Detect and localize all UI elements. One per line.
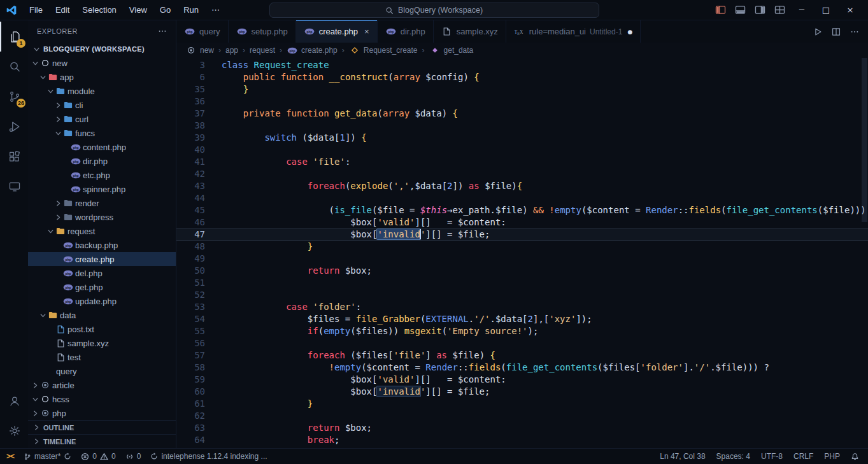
cursor-position[interactable]: Ln 47, Col 38 xyxy=(660,452,705,461)
menu-go[interactable]: Go xyxy=(154,3,176,17)
code-line-44[interactable]: 44 xyxy=(176,192,868,204)
code-line-41[interactable]: 41 case 'file': xyxy=(176,156,868,168)
code-line-64[interactable]: 64 break; xyxy=(176,434,868,446)
activity-search[interactable] xyxy=(0,52,28,81)
tree-item-php[interactable]: php xyxy=(28,406,176,420)
code-line-6[interactable]: 6 public function __construct(array $con… xyxy=(176,71,868,83)
menu-edit[interactable]: Edit xyxy=(50,3,75,17)
language-status[interactable]: PHP xyxy=(824,452,840,461)
maximize-button[interactable]: □ xyxy=(818,5,834,15)
breadcrumb-request[interactable]: request xyxy=(250,46,275,55)
tree-item-etc.php[interactable]: phpetc.php xyxy=(28,168,176,182)
breadcrumb-new[interactable]: new xyxy=(185,46,214,55)
ports-status[interactable]: 0 xyxy=(125,452,141,461)
tree-item-post.txt[interactable]: post.txt xyxy=(28,322,176,336)
code-line-53[interactable]: 53 case 'folder': xyxy=(176,301,868,313)
menu-more[interactable]: ⋯ xyxy=(206,3,225,17)
code-line-61[interactable]: 61 } xyxy=(176,398,868,410)
tree-item-hcss[interactable]: hcss xyxy=(28,392,176,406)
code-line-60[interactable]: 60 $box['invalid'][] = $file; xyxy=(176,386,868,398)
split-editor-icon[interactable] xyxy=(832,27,841,36)
scrollbar-thumb[interactable] xyxy=(862,58,867,222)
menu-selection[interactable]: Selection xyxy=(76,3,122,17)
tree-item-curl[interactable]: curl xyxy=(28,112,176,126)
tree-item-module[interactable]: module xyxy=(28,84,176,98)
code-line-54[interactable]: 54 $files = file_Grabber(EXTERNAL.'/'.$d… xyxy=(176,313,868,325)
explorer-actions-icon[interactable] xyxy=(158,27,167,36)
menu-file[interactable]: File xyxy=(24,3,48,17)
tree-item-test[interactable]: test xyxy=(28,350,176,364)
timeline-section[interactable]: TIMELINE xyxy=(28,434,176,448)
tab-sample.xyz[interactable]: sample.xyz xyxy=(434,20,506,43)
tree-item-app[interactable]: app xyxy=(28,70,176,84)
activity-accounts[interactable] xyxy=(0,386,28,416)
breadcrumb-Request_create[interactable]: Request_create xyxy=(349,46,418,55)
breadcrumb-create.php[interactable]: phpcreate.php xyxy=(287,46,338,55)
eol-status[interactable]: CRLF xyxy=(793,452,813,461)
code-line-37[interactable]: 37 private function get_data(array $data… xyxy=(176,108,868,120)
code-editor[interactable]: 3class Request_create6 public function _… xyxy=(176,58,868,448)
tree-item-update.php[interactable]: phpupdate.php xyxy=(28,294,176,308)
tree-item-render[interactable]: render xyxy=(28,196,176,210)
tree-item-wordpress[interactable]: wordpress xyxy=(28,210,176,224)
code-line-35[interactable]: 35 } xyxy=(176,83,868,95)
tree-item-cli[interactable]: cli xyxy=(28,98,176,112)
code-line-45[interactable]: 45 (is_file($file = $this→ex_path.$file)… xyxy=(176,204,868,216)
toggle-primary-sidebar-icon[interactable] xyxy=(715,5,726,15)
tree-item-data[interactable]: data xyxy=(28,308,176,322)
code-line-50[interactable]: 50 return $box; xyxy=(176,265,868,277)
tab-setup.php[interactable]: phpsetup.php xyxy=(229,20,296,43)
tree-item-create.php[interactable]: phpcreate.php xyxy=(28,252,176,266)
tree-item-content.php[interactable]: phpcontent.php xyxy=(28,140,176,154)
problems-status[interactable]: 0 0 xyxy=(81,452,115,461)
code-line-58[interactable]: 58 !empty($content = Render::fields(file… xyxy=(176,362,868,374)
breadcrumb-app[interactable]: app xyxy=(225,46,238,55)
tree-item-get.php[interactable]: phpget.php xyxy=(28,280,176,294)
activity-source-control[interactable]: 26 xyxy=(0,81,28,111)
tree-item-funcs[interactable]: funcs xyxy=(28,126,176,140)
activity-extensions[interactable] xyxy=(0,141,28,171)
toggle-panel-icon[interactable] xyxy=(735,5,746,15)
command-center-search[interactable]: BlogQuery (Workspace) xyxy=(269,3,599,18)
tree-item-sample.xyz[interactable]: sample.xyz xyxy=(28,336,176,350)
code-line-52[interactable]: 52 xyxy=(176,289,868,301)
menu-run[interactable]: Run xyxy=(178,3,204,17)
activity-settings[interactable] xyxy=(0,416,28,446)
git-branch-status[interactable]: master* xyxy=(24,452,71,461)
activity-explorer[interactable]: 1 xyxy=(0,22,28,52)
close-icon[interactable]: × xyxy=(364,27,369,36)
code-line-49[interactable]: 49 xyxy=(176,253,868,265)
code-line-63[interactable]: 63 return $box; xyxy=(176,422,868,434)
menu-view[interactable]: View xyxy=(124,3,153,17)
tab-query[interactable]: phpquery xyxy=(176,20,229,43)
editor-more-icon[interactable] xyxy=(850,27,859,36)
code-line-3[interactable]: 3class Request_create xyxy=(176,59,868,71)
toggle-secondary-sidebar-icon[interactable] xyxy=(755,5,765,15)
code-line-56[interactable]: 56 xyxy=(176,337,868,349)
code-line-57[interactable]: 57 foreach ($files['file'] as $file) { xyxy=(176,349,868,362)
close-button[interactable]: × xyxy=(843,5,858,15)
minimize-button[interactable]: ─ xyxy=(794,5,809,15)
encoding-status[interactable]: UTF-8 xyxy=(761,452,783,461)
indentation-status[interactable]: Spaces: 4 xyxy=(716,452,750,461)
bell-icon[interactable] xyxy=(851,453,859,461)
code-line-36[interactable]: 36 xyxy=(176,95,868,108)
tab-create.php[interactable]: phpcreate.php× xyxy=(296,20,378,43)
code-line-59[interactable]: 59 $box['valid'][] = $content: xyxy=(176,374,868,386)
tree-item-new[interactable]: new xyxy=(28,56,176,70)
code-line-62[interactable]: 62 xyxy=(176,410,868,422)
editor-scrollbar[interactable] xyxy=(860,58,868,448)
tree-item-dir.php[interactable]: phpdir.php xyxy=(28,154,176,168)
intelephense-status[interactable]: intelephense 1.12.4 indexing ... xyxy=(150,452,267,461)
code-line-42[interactable]: 42 xyxy=(176,168,868,180)
activity-run-debug[interactable] xyxy=(0,111,28,141)
tree-item-spinner.php[interactable]: phpspinner.php xyxy=(28,182,176,196)
code-line-55[interactable]: 55 if(empty($files)) msgexit('Empty sour… xyxy=(176,325,868,337)
customize-layout-icon[interactable] xyxy=(774,5,785,15)
breadcrumb-get_data[interactable]: get_data xyxy=(429,46,474,55)
code-line-46[interactable]: 46 $box['valid'][] = $content: xyxy=(176,216,868,228)
outline-section[interactable]: OUTLINE xyxy=(28,420,176,434)
tab-rule=median_ui[interactable]: TEXrule=median_uiUntitled-1● xyxy=(506,20,641,43)
code-line-40[interactable]: 40 xyxy=(176,144,868,156)
tree-item-query[interactable]: query xyxy=(28,364,176,378)
